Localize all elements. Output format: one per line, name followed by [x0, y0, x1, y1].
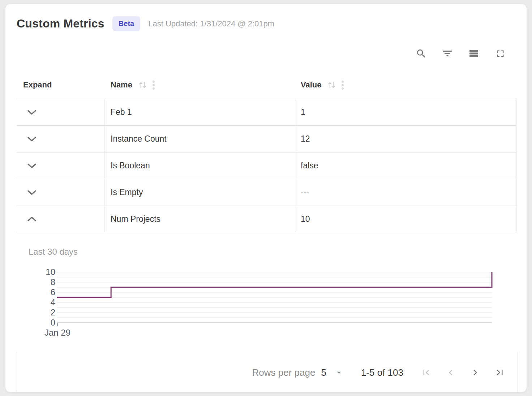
metric-value-cell: 12: [296, 126, 516, 152]
first-page-icon: [421, 367, 432, 378]
pagination-bar: Rows per page 5 1-5 of 103: [17, 352, 518, 392]
previous-page-button[interactable]: [445, 367, 456, 378]
expand-cell: [17, 99, 104, 125]
step-line-chart: [57, 272, 492, 323]
metric-value-cell: false: [296, 152, 516, 179]
table-body: Feb 11Instance Count12Is BooleanfalseIs …: [17, 99, 516, 232]
metric-value-cell: 1: [296, 99, 516, 125]
chevron-right-icon: [470, 367, 481, 378]
table-row: Num Projects10: [17, 206, 516, 232]
chevron-down-icon: [326, 368, 344, 377]
metric-name-cell: Is Boolean: [104, 152, 296, 179]
first-page-button[interactable]: [421, 367, 432, 378]
last-page-button[interactable]: [494, 367, 505, 378]
table-row: Is Booleanfalse: [17, 152, 516, 179]
header-icons: [327, 80, 344, 90]
sort-icon[interactable]: [327, 81, 336, 90]
chart-x-tick-label: Jan 29: [44, 328, 70, 338]
rows-per-page-label: Rows per page: [252, 367, 316, 378]
header: Custom Metrics Beta Last Updated: 1/31/2…: [17, 16, 274, 31]
chart-y-tick-label: 10: [23, 267, 55, 277]
chart-y-tick-label: 8: [23, 277, 55, 287]
column-menu-icon[interactable]: [152, 80, 155, 90]
rows-per-page-select[interactable]: 5: [321, 367, 343, 378]
chart-y-axis-labels: 0246810: [23, 272, 55, 323]
expand-row-button[interactable]: [27, 189, 37, 196]
expand-row-button[interactable]: [27, 135, 37, 142]
chart-y-tick-label: 2: [23, 308, 55, 317]
chevron-down-icon: [27, 189, 37, 196]
fullscreen-icon: [495, 48, 506, 59]
sort-icon[interactable]: [138, 81, 147, 90]
column-header-label: Value: [301, 80, 321, 90]
chart-title: Last 30 days: [29, 247, 78, 257]
rows-per-page-value: 5: [321, 367, 326, 378]
column-header-name[interactable]: Name: [104, 80, 296, 90]
table-row: Feb 11: [17, 99, 516, 125]
metric-value-cell: 10: [296, 206, 516, 232]
beta-badge: Beta: [112, 16, 140, 31]
table-row: Is Empty---: [17, 179, 516, 206]
column-header-label: Name: [111, 80, 132, 90]
density-icon: [468, 48, 480, 59]
header-icons: [138, 80, 155, 90]
chart-y-tick-label: 6: [23, 288, 55, 297]
metric-value-cell: ---: [296, 179, 516, 206]
table-toolbar: [415, 47, 506, 60]
density-button[interactable]: [468, 47, 480, 60]
table-row: Instance Count12: [17, 125, 516, 152]
page-title: Custom Metrics: [17, 17, 104, 30]
expand-cell: [17, 126, 104, 152]
num-projects-chart: [57, 272, 492, 323]
chevron-down-icon: [27, 135, 37, 142]
filter-button[interactable]: [441, 47, 454, 60]
pagination-range: 1-5 of 103: [361, 367, 403, 378]
column-header-expand: Expand: [17, 80, 104, 90]
chevron-up-icon: [27, 216, 37, 223]
collapse-row-button[interactable]: [27, 216, 37, 223]
metric-name-cell: Instance Count: [104, 126, 296, 152]
chart-y-tick-label: 4: [23, 298, 55, 307]
expand-row-button[interactable]: [27, 109, 37, 116]
custom-metrics-card: Custom Metrics Beta Last Updated: 1/31/2…: [5, 4, 527, 392]
expand-cell: [17, 152, 104, 179]
chevron-down-icon: [27, 109, 37, 116]
metrics-table: Expand Name Value: [17, 71, 516, 232]
chevron-down-icon: [27, 162, 37, 169]
next-page-button[interactable]: [470, 367, 481, 378]
fullscreen-button[interactable]: [494, 47, 506, 60]
column-header-label: Expand: [23, 80, 52, 90]
metric-name-cell: Feb 1: [104, 99, 296, 125]
table-header-row: Expand Name Value: [17, 71, 516, 99]
chevron-left-icon: [445, 367, 456, 378]
search-button[interactable]: [415, 47, 427, 60]
chart-y-tick-label: 0: [23, 318, 55, 327]
last-page-icon: [494, 367, 505, 378]
metric-name-cell: Num Projects: [104, 206, 296, 232]
expand-cell: [17, 179, 104, 206]
expand-row-button[interactable]: [27, 162, 37, 169]
expand-cell: [17, 206, 104, 232]
filter-icon: [442, 48, 453, 59]
search-icon: [416, 48, 427, 59]
column-menu-icon[interactable]: [341, 80, 344, 90]
last-updated-text: Last Updated: 1/31/2024 @ 2:01pm: [148, 19, 274, 29]
pager-buttons: [407, 367, 505, 378]
column-header-value[interactable]: Value: [296, 80, 516, 90]
metric-name-cell: Is Empty: [104, 179, 296, 206]
